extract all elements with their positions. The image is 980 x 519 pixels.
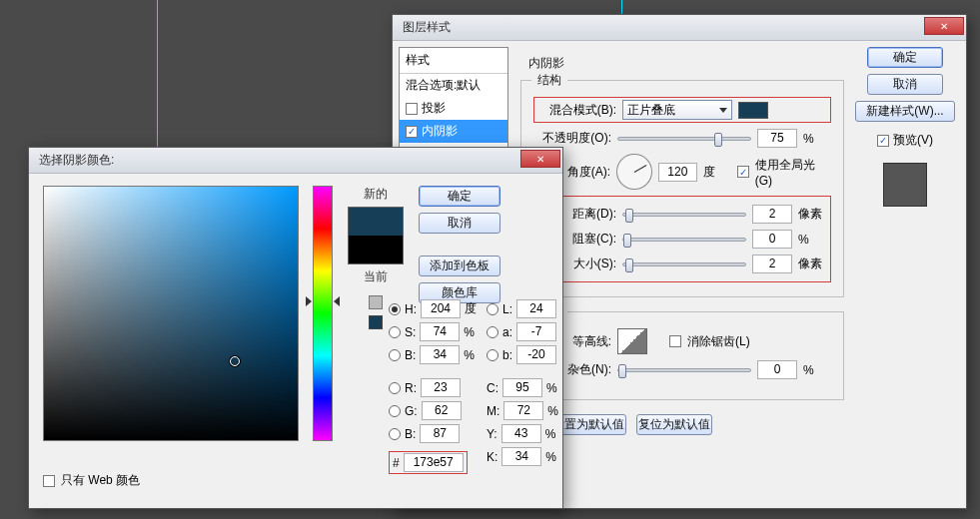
c-input[interactable]: 95 xyxy=(502,378,542,397)
hex-input[interactable]: 173e57 xyxy=(404,453,464,472)
r-radio[interactable] xyxy=(389,382,401,394)
m-input[interactable]: 72 xyxy=(503,401,543,420)
styles-header[interactable]: 样式 xyxy=(400,48,507,74)
websafe-swatch-icon[interactable] xyxy=(369,315,383,329)
s-radio[interactable] xyxy=(389,326,401,338)
current-color-swatch[interactable] xyxy=(349,236,403,263)
add-swatch-button[interactable]: 添加到色板 xyxy=(419,256,500,276)
choke-slider[interactable] xyxy=(622,238,746,242)
blend-mode-select[interactable]: 正片叠底 xyxy=(622,100,732,120)
distance-row: 距离(D): 2 像素 xyxy=(538,205,826,224)
contour-picker[interactable] xyxy=(617,328,647,354)
b-rgb-label: B: xyxy=(405,427,416,441)
h-unit: 度 xyxy=(465,300,477,317)
l-label: L: xyxy=(502,302,512,316)
angle-unit: 度 xyxy=(703,164,731,181)
y-input[interactable]: 43 xyxy=(501,424,541,443)
h-label: H: xyxy=(405,302,417,316)
choke-input[interactable]: 0 xyxy=(752,230,792,249)
g-input[interactable]: 62 xyxy=(422,401,462,420)
distance-unit: 像素 xyxy=(798,206,826,223)
distance-slider[interactable] xyxy=(622,213,746,217)
b-hsb-unit: % xyxy=(464,348,475,362)
hue-pointer-icon xyxy=(306,296,312,306)
new-style-button[interactable]: 新建样式(W)... xyxy=(855,101,955,122)
saturation-value-field[interactable] xyxy=(43,186,299,441)
size-slider[interactable] xyxy=(622,262,746,266)
new-label: 新的 xyxy=(364,186,388,203)
new-color-swatch[interactable] xyxy=(349,208,403,236)
distance-input[interactable]: 2 xyxy=(752,205,792,224)
noise-slider[interactable] xyxy=(617,368,751,372)
hue-pointer-icon xyxy=(334,296,340,306)
b-lab-input[interactable]: -20 xyxy=(516,345,556,364)
cancel-button[interactable]: 取消 xyxy=(867,74,943,95)
l-radio[interactable] xyxy=(487,303,498,315)
m-unit: % xyxy=(547,404,558,418)
blend-mode-row: 混合模式(B): 正片叠底 xyxy=(533,97,831,123)
c-unit: % xyxy=(546,381,557,395)
style-blend-options[interactable]: 混合选项:默认 xyxy=(400,74,507,97)
antialias-label: 消除锯齿(L) xyxy=(687,333,750,350)
size-input[interactable]: 2 xyxy=(752,255,792,273)
layer-style-title: 图层样式 xyxy=(403,19,451,36)
hue-slider[interactable] xyxy=(313,186,333,441)
g-radio[interactable] xyxy=(389,405,401,417)
angle-dial[interactable] xyxy=(616,154,652,190)
gamut-warning-icon[interactable] xyxy=(369,295,383,309)
b-lab-label: b: xyxy=(502,348,512,362)
s-input[interactable]: 74 xyxy=(420,322,460,341)
opacity-input[interactable]: 75 xyxy=(757,129,797,148)
size-unit: 像素 xyxy=(798,256,826,272)
close-icon[interactable]: ✕ xyxy=(924,17,964,35)
b-lab-radio[interactable] xyxy=(487,349,498,361)
s-unit: % xyxy=(464,325,475,339)
k-input[interactable]: 34 xyxy=(501,447,541,466)
r-input[interactable]: 23 xyxy=(421,378,461,397)
b-hsb-radio[interactable] xyxy=(389,349,401,361)
b-rgb-input[interactable]: 87 xyxy=(420,424,460,443)
global-light-checkbox[interactable] xyxy=(737,166,749,178)
checkbox-icon[interactable] xyxy=(406,103,418,115)
b-hsb-input[interactable]: 34 xyxy=(420,345,460,364)
s-label: S: xyxy=(405,325,416,339)
h-input[interactable]: 204 xyxy=(421,299,461,318)
structure-group: 结构 混合模式(B): 正片叠底 不透明度(O): 75 % xyxy=(520,80,844,297)
color-compare-swatch xyxy=(348,207,404,264)
color-picker-title: 选择阴影颜色: xyxy=(39,152,114,169)
structure-legend: 结构 xyxy=(531,72,567,89)
style-inner-shadow[interactable]: 内阴影 xyxy=(400,120,507,143)
web-only-checkbox[interactable] xyxy=(43,475,55,487)
b-hsb-label: B: xyxy=(405,348,416,362)
preview-checkbox[interactable] xyxy=(877,135,889,147)
close-icon[interactable]: ✕ xyxy=(520,150,560,168)
color-picker-titlebar[interactable]: 选择阴影颜色: ✕ xyxy=(29,148,562,174)
opacity-slider[interactable] xyxy=(617,137,751,141)
current-label: 当前 xyxy=(364,268,388,285)
hex-hash: # xyxy=(393,456,400,470)
shadow-color-swatch[interactable] xyxy=(738,102,768,119)
layer-style-titlebar[interactable]: 图层样式 ✕ xyxy=(393,15,966,41)
checkbox-icon[interactable] xyxy=(406,126,418,138)
k-label: K: xyxy=(487,450,497,464)
size-row: 大小(S): 2 像素 xyxy=(538,255,826,273)
opacity-label: 不透明度(O): xyxy=(533,130,611,147)
l-input[interactable]: 24 xyxy=(516,299,556,318)
h-radio[interactable] xyxy=(389,303,401,315)
antialias-checkbox[interactable] xyxy=(669,335,681,347)
c-label: C: xyxy=(487,381,498,395)
choke-unit: % xyxy=(798,233,826,247)
blend-mode-label: 混合模式(B): xyxy=(538,102,616,119)
b-rgb-radio[interactable] xyxy=(389,428,401,440)
a-input[interactable]: -7 xyxy=(516,322,556,341)
ok-button[interactable]: 确定 xyxy=(419,186,500,207)
style-drop-shadow[interactable]: 投影 xyxy=(400,97,507,120)
reset-default-button[interactable]: 复位为默认值 xyxy=(636,414,712,435)
angle-input[interactable]: 120 xyxy=(658,163,698,182)
noise-input[interactable]: 0 xyxy=(757,360,797,379)
ok-button[interactable]: 确定 xyxy=(867,47,943,68)
a-radio[interactable] xyxy=(487,326,498,338)
cancel-button[interactable]: 取消 xyxy=(419,213,500,234)
r-label: R: xyxy=(405,381,417,395)
y-unit: % xyxy=(545,427,556,441)
